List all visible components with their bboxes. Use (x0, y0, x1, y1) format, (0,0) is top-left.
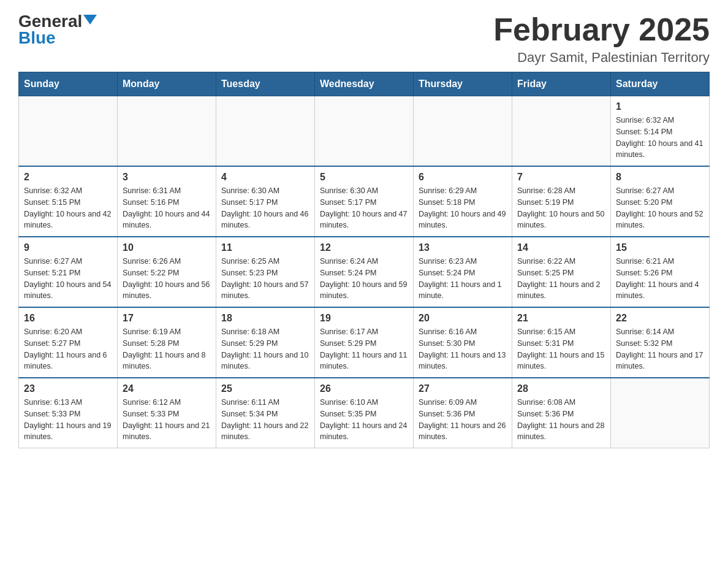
day-info: Sunrise: 6:13 AMSunset: 5:33 PMDaylight:… (24, 397, 112, 443)
calendar-cell (19, 96, 118, 167)
day-number: 15 (616, 242, 704, 253)
col-friday: Friday (512, 72, 611, 96)
day-info: Sunrise: 6:30 AMSunset: 5:17 PMDaylight:… (221, 185, 309, 231)
calendar-cell: 16Sunrise: 6:20 AMSunset: 5:27 PMDayligh… (19, 307, 118, 378)
calendar-cell: 19Sunrise: 6:17 AMSunset: 5:29 PMDayligh… (315, 307, 414, 378)
calendar-header-row: Sunday Monday Tuesday Wednesday Thursday… (19, 72, 710, 96)
calendar-cell: 13Sunrise: 6:23 AMSunset: 5:24 PMDayligh… (414, 237, 512, 307)
day-info: Sunrise: 6:32 AMSunset: 5:15 PMDaylight:… (24, 185, 112, 231)
day-info: Sunrise: 6:32 AMSunset: 5:14 PMDaylight:… (616, 115, 704, 161)
calendar-cell: 3Sunrise: 6:31 AMSunset: 5:16 PMDaylight… (118, 166, 216, 237)
calendar-cell: 23Sunrise: 6:13 AMSunset: 5:33 PMDayligh… (19, 378, 118, 448)
day-info: Sunrise: 6:30 AMSunset: 5:17 PMDaylight:… (320, 185, 408, 231)
day-number: 7 (517, 172, 605, 183)
svg-marker-0 (83, 15, 97, 25)
day-info: Sunrise: 6:23 AMSunset: 5:24 PMDaylight:… (419, 256, 507, 302)
day-number: 1 (616, 101, 704, 112)
col-thursday: Thursday (414, 72, 512, 96)
day-number: 14 (517, 242, 605, 253)
calendar-cell: 17Sunrise: 6:19 AMSunset: 5:28 PMDayligh… (118, 307, 216, 378)
calendar-week-row: 1Sunrise: 6:32 AMSunset: 5:14 PMDaylight… (19, 96, 710, 167)
day-info: Sunrise: 6:14 AMSunset: 5:32 PMDaylight:… (616, 326, 704, 372)
calendar-cell: 11Sunrise: 6:25 AMSunset: 5:23 PMDayligh… (216, 237, 315, 307)
day-number: 25 (221, 383, 309, 394)
calendar-cell: 1Sunrise: 6:32 AMSunset: 5:14 PMDaylight… (611, 96, 710, 167)
calendar-cell: 4Sunrise: 6:30 AMSunset: 5:17 PMDaylight… (216, 166, 315, 237)
col-tuesday: Tuesday (216, 72, 315, 96)
day-info: Sunrise: 6:11 AMSunset: 5:34 PMDaylight:… (221, 397, 309, 443)
day-info: Sunrise: 6:25 AMSunset: 5:23 PMDaylight:… (221, 256, 309, 302)
calendar-cell: 26Sunrise: 6:10 AMSunset: 5:35 PMDayligh… (315, 378, 414, 448)
day-number: 12 (320, 242, 408, 253)
day-info: Sunrise: 6:26 AMSunset: 5:22 PMDaylight:… (123, 256, 211, 302)
calendar-cell: 27Sunrise: 6:09 AMSunset: 5:36 PMDayligh… (414, 378, 512, 448)
calendar-cell: 10Sunrise: 6:26 AMSunset: 5:22 PMDayligh… (118, 237, 216, 307)
col-monday: Monday (118, 72, 216, 96)
title-block: February 2025 Dayr Samit, Palestinian Te… (493, 12, 710, 66)
month-title: February 2025 (493, 12, 710, 47)
calendar-week-row: 16Sunrise: 6:20 AMSunset: 5:27 PMDayligh… (19, 307, 710, 378)
day-number: 20 (419, 313, 507, 324)
col-wednesday: Wednesday (315, 72, 414, 96)
calendar-cell: 24Sunrise: 6:12 AMSunset: 5:33 PMDayligh… (118, 378, 216, 448)
day-info: Sunrise: 6:24 AMSunset: 5:24 PMDaylight:… (320, 256, 408, 302)
day-number: 13 (419, 242, 507, 253)
calendar-week-row: 9Sunrise: 6:27 AMSunset: 5:21 PMDaylight… (19, 237, 710, 307)
day-number: 24 (123, 383, 211, 394)
calendar-cell: 15Sunrise: 6:21 AMSunset: 5:26 PMDayligh… (611, 237, 710, 307)
day-number: 27 (419, 383, 507, 394)
calendar-cell (512, 96, 611, 167)
day-number: 6 (419, 172, 507, 183)
day-number: 10 (123, 242, 211, 253)
calendar-cell: 28Sunrise: 6:08 AMSunset: 5:36 PMDayligh… (512, 378, 611, 448)
day-number: 3 (123, 172, 211, 183)
day-info: Sunrise: 6:17 AMSunset: 5:29 PMDaylight:… (320, 326, 408, 372)
calendar-week-row: 2Sunrise: 6:32 AMSunset: 5:15 PMDaylight… (19, 166, 710, 237)
calendar-cell (216, 96, 315, 167)
calendar-cell: 7Sunrise: 6:28 AMSunset: 5:19 PMDaylight… (512, 166, 611, 237)
day-info: Sunrise: 6:10 AMSunset: 5:35 PMDaylight:… (320, 397, 408, 443)
day-number: 22 (616, 313, 704, 324)
calendar-cell (118, 96, 216, 167)
calendar-cell: 8Sunrise: 6:27 AMSunset: 5:20 PMDaylight… (611, 166, 710, 237)
day-info: Sunrise: 6:22 AMSunset: 5:25 PMDaylight:… (517, 256, 605, 302)
calendar-cell: 5Sunrise: 6:30 AMSunset: 5:17 PMDaylight… (315, 166, 414, 237)
col-saturday: Saturday (611, 72, 710, 96)
page-header: General Blue February 2025 Dayr Samit, P… (18, 12, 710, 66)
logo-triangle-icon (83, 15, 97, 25)
day-number: 19 (320, 313, 408, 324)
calendar-cell (315, 96, 414, 167)
day-number: 9 (24, 242, 112, 253)
calendar-table: Sunday Monday Tuesday Wednesday Thursday… (18, 72, 710, 448)
day-info: Sunrise: 6:27 AMSunset: 5:21 PMDaylight:… (24, 256, 112, 302)
day-number: 2 (24, 172, 112, 183)
day-info: Sunrise: 6:21 AMSunset: 5:26 PMDaylight:… (616, 256, 704, 302)
calendar-cell: 14Sunrise: 6:22 AMSunset: 5:25 PMDayligh… (512, 237, 611, 307)
day-info: Sunrise: 6:20 AMSunset: 5:27 PMDaylight:… (24, 326, 112, 372)
calendar-week-row: 23Sunrise: 6:13 AMSunset: 5:33 PMDayligh… (19, 378, 710, 448)
day-number: 17 (123, 313, 211, 324)
day-number: 26 (320, 383, 408, 394)
day-info: Sunrise: 6:31 AMSunset: 5:16 PMDaylight:… (123, 185, 211, 231)
calendar-cell: 18Sunrise: 6:18 AMSunset: 5:29 PMDayligh… (216, 307, 315, 378)
day-info: Sunrise: 6:27 AMSunset: 5:20 PMDaylight:… (616, 185, 704, 231)
calendar-cell: 9Sunrise: 6:27 AMSunset: 5:21 PMDaylight… (19, 237, 118, 307)
day-number: 4 (221, 172, 309, 183)
day-info: Sunrise: 6:16 AMSunset: 5:30 PMDaylight:… (419, 326, 507, 372)
calendar-cell: 6Sunrise: 6:29 AMSunset: 5:18 PMDaylight… (414, 166, 512, 237)
calendar-cell: 12Sunrise: 6:24 AMSunset: 5:24 PMDayligh… (315, 237, 414, 307)
day-number: 16 (24, 313, 112, 324)
day-info: Sunrise: 6:15 AMSunset: 5:31 PMDaylight:… (517, 326, 605, 372)
day-number: 5 (320, 172, 408, 183)
day-info: Sunrise: 6:19 AMSunset: 5:28 PMDaylight:… (123, 326, 211, 372)
location-title: Dayr Samit, Palestinian Territory (493, 50, 710, 66)
calendar-cell (611, 378, 710, 448)
day-number: 8 (616, 172, 704, 183)
calendar-cell: 2Sunrise: 6:32 AMSunset: 5:15 PMDaylight… (19, 166, 118, 237)
day-info: Sunrise: 6:09 AMSunset: 5:36 PMDaylight:… (419, 397, 507, 443)
logo-blue: Blue (18, 29, 56, 48)
col-sunday: Sunday (19, 72, 118, 96)
logo: General Blue (18, 12, 97, 48)
day-number: 23 (24, 383, 112, 394)
day-number: 18 (221, 313, 309, 324)
